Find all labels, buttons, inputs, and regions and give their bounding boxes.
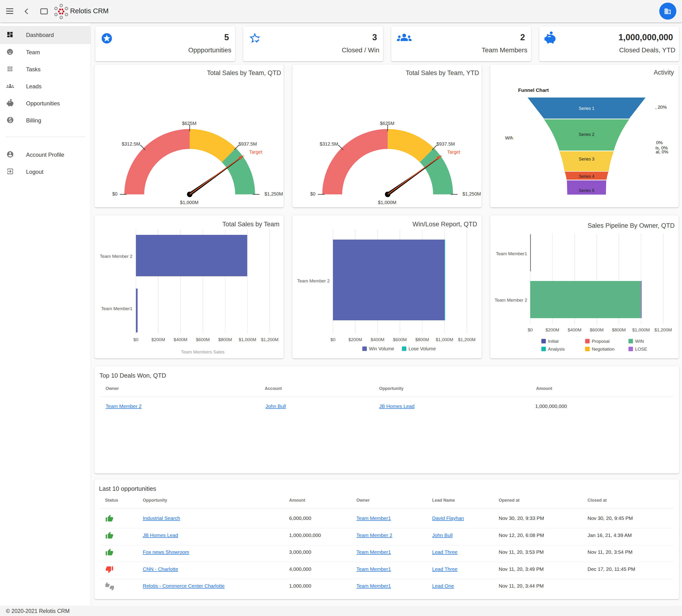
svg-text:Analysis: Analysis <box>548 347 565 351</box>
svg-text:$1,000M: $1,000M <box>180 200 199 205</box>
svg-text:Team Member1: Team Member1 <box>101 306 132 311</box>
svg-text:Target: Target <box>447 150 460 155</box>
svg-text:$0: $0 <box>330 337 335 342</box>
svg-text:$1,000M: $1,000M <box>436 337 453 342</box>
svg-text:$800M: $800M <box>612 327 626 333</box>
svg-text:$600M: $600M <box>590 327 604 333</box>
svg-text:Series 3: Series 3 <box>579 157 594 161</box>
svg-text:$1,250M: $1,250M <box>265 191 283 197</box>
svg-text:$400M: $400M <box>568 327 581 333</box>
svg-text:$625M: $625M <box>380 121 394 126</box>
svg-text:Series 5: Series 5 <box>579 188 594 193</box>
svg-text:Win Volume: Win Volume <box>369 346 394 351</box>
svg-text:$0: $0 <box>112 191 117 197</box>
svg-text:Series 2: Series 2 <box>579 132 594 137</box>
svg-text:Team Member 2: Team Member 2 <box>495 298 527 302</box>
svg-text:Series 4: Series 4 <box>579 174 594 179</box>
svg-text:Negotiation: Negotiation <box>592 347 614 351</box>
svg-text:$200M: $200M <box>546 327 559 333</box>
svg-text:Team Member 2: Team Member 2 <box>100 254 132 259</box>
svg-text:$937.5M: $937.5M <box>238 141 257 146</box>
svg-text:$312.5M: $312.5M <box>320 141 338 146</box>
svg-text:$312.5M: $312.5M <box>122 141 140 146</box>
svg-text:Target: Target <box>249 150 263 155</box>
svg-text:$600M: $600M <box>393 337 407 342</box>
svg-text:$0: $0 <box>133 337 138 342</box>
svg-text:$800M: $800M <box>218 337 232 342</box>
svg-text:$400M: $400M <box>371 337 384 342</box>
svg-text:$0: $0 <box>310 191 315 197</box>
svg-text:$1,000M: $1,000M <box>632 327 650 333</box>
svg-text:$200M: $200M <box>151 337 165 342</box>
svg-text:LOSE: LOSE <box>635 347 647 351</box>
svg-text:WIN: WIN <box>635 339 644 344</box>
svg-text:Series 1: Series 1 <box>579 106 594 111</box>
svg-text:$937.5M: $937.5M <box>436 141 455 146</box>
svg-text:Team Members Sales: Team Members Sales <box>181 349 225 355</box>
svg-text:$600M: $600M <box>196 337 210 342</box>
svg-text:$400M: $400M <box>174 337 187 342</box>
svg-text:$1,250M: $1,250M <box>462 191 481 197</box>
svg-text:Team Member 2: Team Member 2 <box>297 278 329 283</box>
svg-text:$0: $0 <box>528 327 532 333</box>
svg-text:$1,200M: $1,200M <box>261 337 278 342</box>
svg-text:$1,000M: $1,000M <box>239 337 256 342</box>
svg-text:$800M: $800M <box>415 337 429 342</box>
svg-text:$200M: $200M <box>348 337 362 342</box>
svg-text:$625M: $625M <box>182 121 196 126</box>
svg-text:Lose Volume: Lose Volume <box>409 346 436 351</box>
svg-text:Proposal: Proposal <box>592 339 610 344</box>
svg-text:Initial: Initial <box>548 339 559 344</box>
svg-text:$1,000M: $1,000M <box>378 200 396 205</box>
svg-text:$1,200M: $1,200M <box>458 337 476 342</box>
svg-text:$1,200M: $1,200M <box>655 327 672 333</box>
svg-text:Team Member1: Team Member1 <box>496 251 527 256</box>
